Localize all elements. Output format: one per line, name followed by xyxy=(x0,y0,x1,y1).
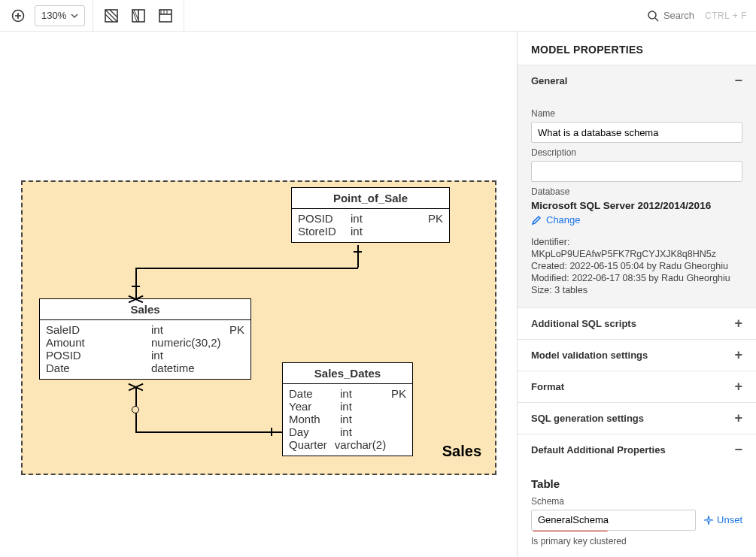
field-label-description: Description xyxy=(531,147,742,158)
section-general: General − Name Description Database Micr… xyxy=(518,65,756,307)
table-row: DateintPK xyxy=(289,387,406,400)
section-validation: Model validation settings + xyxy=(518,339,756,371)
pk-clustered-label: Is primary key clustered xyxy=(531,536,742,546)
top-toolbar: 130% Search CTRL + F xyxy=(0,0,756,32)
table-row: Amountnumeric(30,2) xyxy=(46,336,244,349)
table-row: POSIDintPK xyxy=(298,212,443,225)
panel-title: MODEL PROPERTIES xyxy=(518,32,756,65)
section-header-sqlgen[interactable]: SQL generation settings + xyxy=(518,403,756,434)
connector-line xyxy=(135,431,282,433)
properties-panel: MODEL PROPERTIES General − Name Descript… xyxy=(517,32,756,557)
expand-icon: + xyxy=(734,410,742,426)
defaults-table-heading: Table xyxy=(531,477,742,490)
section-header-additional-sql[interactable]: Additional SQL scripts + xyxy=(518,308,756,339)
modified-line: Modified: 2022-06-17 08:35 by Radu Gheor… xyxy=(531,273,742,283)
entity-sales-dates[interactable]: Sales_Dates DateintPK Yearint Monthint D… xyxy=(282,362,413,456)
cardinality-zero-mark xyxy=(132,406,139,413)
unset-link[interactable]: Unset xyxy=(703,514,742,525)
entity-title: Point_of_Sale xyxy=(292,188,449,209)
description-input[interactable] xyxy=(531,161,742,182)
search-icon xyxy=(647,10,659,22)
pencil-icon xyxy=(531,215,542,226)
table-row: Quartervarchar(2) xyxy=(289,438,406,451)
svg-line-17 xyxy=(655,18,658,21)
table-row: Yearint xyxy=(289,400,406,413)
panel-style-3-icon[interactable] xyxy=(155,5,176,26)
section-header-general[interactable]: General − xyxy=(518,65,756,96)
section-additional-sql: Additional SQL scripts + xyxy=(518,307,756,339)
table-row: StoreIDint xyxy=(298,225,443,238)
section-header-validation[interactable]: Model validation settings + xyxy=(518,340,756,371)
connector-line xyxy=(135,268,358,269)
sparkle-icon xyxy=(703,515,714,525)
section-defaults: Default Additional Properties − Table Sc… xyxy=(518,434,756,557)
expand-icon: + xyxy=(734,347,742,363)
add-icon[interactable] xyxy=(8,5,29,26)
search-placeholder: Search xyxy=(663,10,694,21)
panel-style-1-icon[interactable] xyxy=(101,5,122,26)
field-label-name: Name xyxy=(531,108,742,119)
zoom-level: 130% xyxy=(41,10,66,21)
cardinality-one-mark xyxy=(354,251,362,253)
cardinality-one-mark xyxy=(132,286,140,287)
section-format: Format + xyxy=(518,371,756,402)
database-value: Microsoft SQL Server 2012/2014/2016 xyxy=(531,200,742,211)
table-row: Monthint xyxy=(289,413,406,425)
entity-sales[interactable]: Sales SaleIDintPK Amountnumeric(30,2) PO… xyxy=(39,298,251,380)
search-box[interactable]: Search CTRL + F xyxy=(638,10,756,22)
section-sqlgen: SQL generation settings + xyxy=(518,402,756,434)
entity-title: Sales_Dates xyxy=(283,363,412,384)
created-line: Created: 2022-06-15 05:04 by Radu Gheorg… xyxy=(531,261,742,271)
identifier-value: MKpLoP9UEAfwP5FK7RgCYJXJK8q8HN5z xyxy=(531,249,742,259)
search-shortcut-hint: CTRL + F xyxy=(705,11,747,21)
connector-line xyxy=(357,245,359,268)
entity-point-of-sale[interactable]: Point_of_Sale POSIDintPK StoreIDint xyxy=(291,187,450,243)
entity-title: Sales xyxy=(40,299,250,320)
table-row: Dayint xyxy=(289,425,406,438)
chevron-down-icon xyxy=(71,14,78,18)
size-line: Size: 3 tables xyxy=(531,285,742,295)
svg-line-5 xyxy=(105,14,113,22)
expand-icon: + xyxy=(734,379,742,395)
panel-style-2-icon[interactable] xyxy=(128,5,149,26)
table-row: SaleIDintPK xyxy=(46,323,244,336)
diagram-canvas[interactable]: Sales Point_of_Sale POSIDintPK StoreIDin… xyxy=(0,32,517,557)
table-row: POSIDint xyxy=(46,349,244,362)
cardinality-one-mark xyxy=(271,428,272,436)
table-row: Datedatetime xyxy=(46,362,244,374)
connector-line xyxy=(135,268,137,298)
section-header-defaults[interactable]: Default Additional Properties − xyxy=(518,434,756,465)
svg-point-16 xyxy=(648,11,656,19)
identifier-label: Identifier: xyxy=(531,237,742,247)
expand-icon: + xyxy=(734,316,742,331)
schema-label: Sales xyxy=(442,443,481,460)
schema-input[interactable] xyxy=(531,510,696,531)
zoom-select[interactable]: 130% xyxy=(35,5,85,26)
change-database-link[interactable]: Change xyxy=(531,214,581,226)
field-label-database: Database xyxy=(531,186,742,197)
svg-line-6 xyxy=(110,10,117,17)
name-input[interactable] xyxy=(531,122,742,143)
collapse-icon: − xyxy=(734,73,742,89)
section-header-format[interactable]: Format + xyxy=(518,371,756,402)
collapse-icon: − xyxy=(734,442,742,458)
field-label-schema: Schema xyxy=(531,496,742,507)
